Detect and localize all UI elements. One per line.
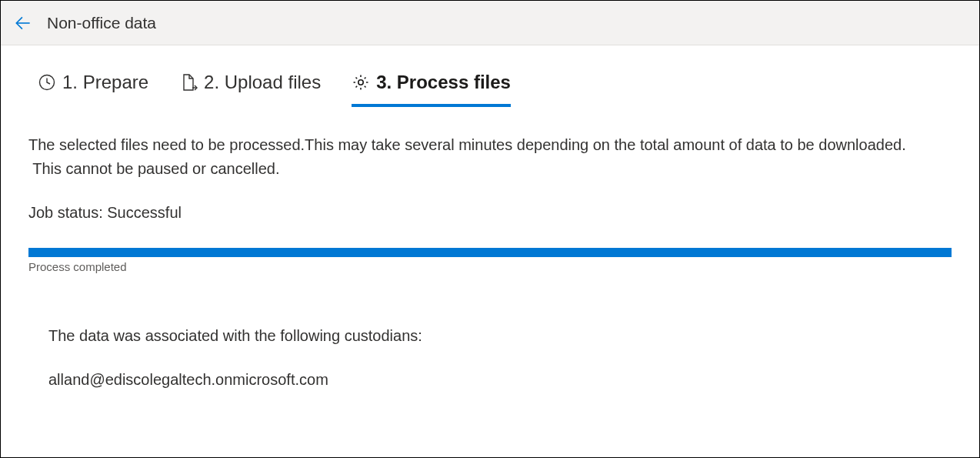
progress-label: Process completed [28,260,952,273]
custodians-heading: The data was associated with the followi… [48,327,952,345]
tab-process-files[interactable]: 3. Process files [352,72,511,107]
main-content: 1. Prepare 2. Upload files 3. Process [1,45,979,389]
tab-upload-files[interactable]: 2. Upload files [179,72,321,107]
job-status: Job status: Successful [28,204,952,222]
job-status-value: Successful [107,204,182,221]
gear-icon [352,73,370,92]
job-status-prefix: Job status: [28,204,107,221]
page-header: Non-office data [1,1,979,45]
tab-label: 1. Prepare [62,72,148,93]
wizard-tabs: 1. Prepare 2. Upload files 3. Process [38,72,952,107]
svg-point-3 [358,80,363,85]
file-upload-icon [179,73,198,92]
tab-prepare[interactable]: 1. Prepare [38,72,148,107]
tab-label: 2. Upload files [204,72,321,93]
custodian-section: The data was associated with the followi… [28,327,952,389]
progress-bar [28,248,952,257]
clock-icon [38,73,56,92]
description-line-2: This cannot be paused or cancelled. [32,160,279,177]
progress-container: Process completed [28,248,952,273]
back-arrow-icon[interactable] [13,13,33,33]
page-title: Non-office data [47,14,156,32]
process-description: The selected files need to be processed.… [28,133,952,181]
description-line-1: The selected files need to be processed.… [28,136,906,153]
custodian-email: alland@ediscolegaltech.onmicrosoft.com [48,371,952,389]
tab-label: 3. Process files [376,72,511,93]
